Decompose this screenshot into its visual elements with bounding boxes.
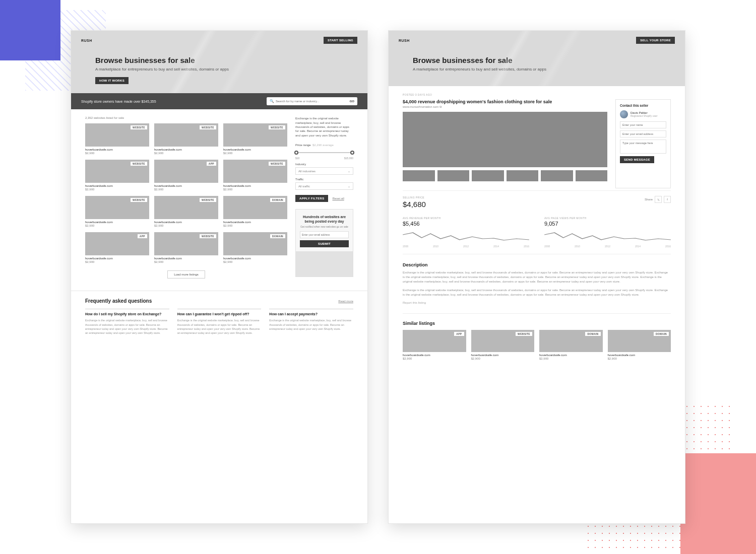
search-go-button[interactable]: GO: [350, 100, 354, 103]
listing-card[interactable]: WEBSITEhoverboardsafe.com$2,900: [223, 160, 287, 191]
seller-subtitle: Registered Shopify user: [631, 114, 657, 117]
stat-block: AVG REVENUE PER MONTH$5,4562008201020122…: [403, 217, 529, 248]
price-slider[interactable]: [295, 150, 353, 156]
listing-price: $2,900: [403, 357, 466, 360]
sparkline-chart: [544, 229, 671, 244]
stat-value: $5,456: [403, 221, 529, 227]
industry-select[interactable]: All industries⌄: [295, 167, 353, 175]
reset-filters-link[interactable]: Reset all: [332, 197, 344, 200]
sell-your-store-button[interactable]: SELL YOUR STORE: [636, 37, 675, 44]
how-it-works-button[interactable]: HOW IT WORKS: [95, 77, 129, 84]
listing-title: hoverboardsafe.com: [223, 148, 287, 151]
load-more-button[interactable]: Load more listings: [167, 270, 205, 279]
listing-price: $2,900: [471, 357, 535, 360]
listing-title: hoverboardsafe.com: [85, 221, 149, 224]
contact-message-input[interactable]: [620, 140, 666, 154]
thumbnail[interactable]: [437, 170, 470, 181]
similar-card[interactable]: DOMAINhoverboardsafe.com$2,900: [608, 330, 671, 360]
listing-thumb: WEBSITE: [154, 196, 218, 219]
promo-submit-button[interactable]: SUBMIT: [300, 240, 349, 247]
similar-card[interactable]: DOMAINhoverboardsafe.com$2,900: [539, 330, 603, 360]
sidebar-intro: Exchange is the original website marketp…: [295, 116, 353, 137]
share-facebook-button[interactable]: f: [664, 196, 671, 203]
apply-filters-button[interactable]: APPLY FILTERS: [295, 195, 328, 202]
send-message-button[interactable]: SEND MESSAGE: [620, 156, 654, 163]
description-text: Exchange is the original website marketp…: [403, 270, 671, 284]
listing-type-tag: WEBSITE: [269, 125, 285, 129]
listing-title: hoverboardsafe.com: [223, 221, 287, 224]
listing-title: hoverboardsafe.com: [539, 354, 603, 357]
listing-price: $2,900: [85, 188, 149, 191]
stat-block: AVG PAGE VIEWS PER MONTH9,05720082010201…: [544, 217, 671, 248]
listing-price: $2,900: [223, 260, 287, 263]
faq-item: How can I guarantee I won't get ripped o…: [177, 309, 262, 335]
promo-title: Hundreds of websites are being posted ev…: [300, 215, 349, 224]
listing-type-tag: APP: [454, 332, 464, 336]
thumbnail[interactable]: [403, 170, 435, 181]
thumbnail[interactable]: [472, 170, 504, 181]
thumbnail[interactable]: [576, 170, 608, 181]
listing-price: $2,900: [608, 357, 671, 360]
price-min: $10: [295, 157, 299, 160]
contact-email-input[interactable]: [620, 130, 666, 137]
listing-thumb: DOMAIN: [223, 196, 287, 219]
listing-card[interactable]: WEBSITEhoverboardsafe.com$2,900: [154, 196, 218, 227]
similar-card[interactable]: WEBSITEhoverboardsafe.com$2,900: [471, 330, 535, 360]
share-label: Share: [645, 198, 653, 201]
listing-price: $2,900: [154, 224, 218, 227]
listing-card[interactable]: WEBSITEhoverboardsafe.com$2,900: [85, 196, 149, 227]
hero: RUSH START SELLING Browse businesses for…: [71, 31, 367, 93]
revenue-tagline: Shopify store owners have made over $345…: [81, 100, 267, 103]
industry-label: Industry: [295, 163, 353, 166]
listing-card[interactable]: WEBSITEhoverboardsafe.com$2,900: [223, 123, 287, 155]
listing-price: $2,900: [223, 152, 287, 155]
listing-type-tag: DOMAIN: [270, 198, 285, 202]
listing-card[interactable]: WEBSITEhoverboardsafe.com$2,900: [154, 232, 218, 263]
listing-title: hoverboardsafe.com: [403, 354, 466, 357]
listing-thumb: WEBSITE: [471, 330, 535, 352]
thumbnail[interactable]: [541, 170, 573, 181]
listing-title: hoverboardsafe.com: [154, 148, 218, 151]
listing-card[interactable]: APPhoverboardsafe.com$2,900: [85, 232, 149, 263]
share-twitter-button[interactable]: 𝕏: [655, 196, 662, 203]
listing-card[interactable]: WEBSITEhoverboardsafe.com$2,900: [85, 123, 149, 155]
listing-title: hoverboardsafe.com: [85, 184, 149, 187]
listing-card[interactable]: WEBSITEhoverboardsafe.com$2,900: [154, 123, 218, 155]
listing-type-tag: DOMAIN: [585, 332, 600, 336]
search-input[interactable]: [276, 100, 348, 103]
listing-price: $2,900: [223, 188, 287, 191]
results-count: 2,392 websites listed for sale: [85, 116, 287, 119]
listing-thumb: APP: [403, 330, 466, 352]
faq-read-more-link[interactable]: Read more: [338, 300, 353, 303]
listing-url-link[interactable]: www.monochromaticz.com ⧉: [403, 105, 607, 109]
report-listing-link[interactable]: Report this listing: [403, 301, 671, 304]
wireframe-listing-page: RUSH START SELLING Browse businesses for…: [71, 30, 368, 524]
listing-card[interactable]: DOMAINhoverboardsafe.com$2,900: [223, 196, 287, 227]
similar-card[interactable]: APPhoverboardsafe.com$2,900: [403, 330, 466, 360]
listing-card[interactable]: DOMAINhoverboardsafe.com$2,900: [223, 232, 287, 263]
faq-answer: Exchange is the original website marketp…: [269, 318, 353, 331]
search-box[interactable]: 🔍 GO: [267, 97, 357, 105]
listing-thumb: APP: [85, 232, 149, 255]
traffic-select[interactable]: All traffic⌄: [295, 182, 353, 190]
sparkline-chart: [403, 229, 529, 244]
listing-thumb: WEBSITE: [85, 160, 149, 183]
listing-thumb: WEBSITE: [154, 123, 218, 147]
listing-thumb: APP: [154, 160, 218, 183]
traffic-label: Traffic: [295, 178, 353, 181]
listing-title: hoverboardsafe.com: [608, 354, 671, 357]
promo-email-input[interactable]: [300, 231, 349, 238]
listing-price: $2,900: [154, 188, 218, 191]
faq-question: How can I accept payments?: [269, 309, 353, 316]
stat-label: AVG REVENUE PER MONTH: [403, 217, 529, 220]
logo[interactable]: RUSH: [81, 39, 92, 42]
listing-card[interactable]: WEBSITEhoverboardsafe.com$2,900: [85, 160, 149, 191]
logo[interactable]: RUSH: [399, 39, 410, 42]
thumbnail[interactable]: [507, 170, 539, 181]
start-selling-button[interactable]: START SELLING: [324, 37, 357, 44]
contact-name-input[interactable]: [620, 121, 666, 128]
listing-thumb: DOMAIN: [608, 330, 671, 352]
listing-card[interactable]: APPhoverboardsafe.com$2,900: [154, 160, 218, 191]
listing-type-tag: WEBSITE: [131, 125, 147, 129]
listing-thumb: WEBSITE: [223, 123, 287, 147]
